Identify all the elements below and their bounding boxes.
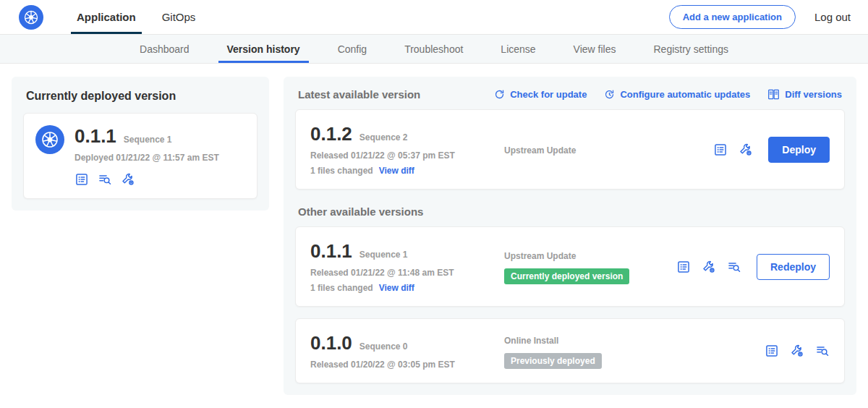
configure-auto-updates-label: Configure automatic updates: [620, 89, 750, 100]
version-actions: Redeploy: [676, 254, 830, 280]
previously-deployed-badge: Previously deployed: [504, 353, 602, 369]
logout-link[interactable]: Log out: [814, 11, 851, 23]
currently-deployed-badge: Currently deployed version: [504, 268, 629, 284]
other-versions-title: Other available versions: [298, 205, 842, 218]
version-number: 0.1.1: [310, 240, 352, 263]
release-notes-icon[interactable]: [713, 143, 728, 157]
panel-actions: Check for update Configure automatic upd…: [494, 89, 842, 100]
version-number: 0.1.2: [310, 123, 352, 145]
version-released: Released 01/21/22 @ 11:48 am EST: [310, 268, 504, 278]
release-notes-icon[interactable]: [75, 172, 89, 187]
refresh-icon: [494, 89, 505, 100]
view-diff-link[interactable]: View diff: [379, 166, 414, 176]
deployed-version-card: 0.1.1 Sequence 1 Deployed 01/21/22 @ 11:…: [23, 113, 258, 199]
deploy-button[interactable]: Deploy: [768, 137, 830, 163]
version-status: Online Install Previously deployed: [504, 333, 765, 369]
latest-available-title: Latest available version: [298, 88, 420, 101]
files-changed-label: 1 files changed: [310, 166, 373, 176]
preflight-checks-icon[interactable]: [98, 172, 112, 187]
version-released: Released 01/20/22 @ 03:05 pm EST: [310, 360, 504, 370]
version-status: Upstream Update Currently deployed versi…: [504, 249, 676, 284]
version-sequence: Sequence 2: [359, 132, 408, 143]
version-sequence: Sequence 0: [359, 341, 408, 352]
deployed-timestamp: Deployed 01/21/22 @ 11:57 am EST: [75, 153, 219, 163]
config-wrench-icon[interactable]: [121, 172, 135, 187]
check-for-update-link[interactable]: Check for update: [494, 89, 587, 100]
tab-gitops[interactable]: GitOps: [149, 0, 209, 34]
redeploy-button[interactable]: Redeploy: [757, 254, 830, 280]
subnav-tab-config[interactable]: Config: [319, 35, 386, 63]
release-notes-icon[interactable]: [676, 260, 691, 274]
version-status: Upstream Update: [504, 143, 713, 156]
subnav-tab-troubleshoot[interactable]: Troubleshoot: [386, 35, 482, 63]
config-wrench-icon[interactable]: [790, 344, 804, 358]
version-released: Released 01/21/22 @ 05:37 pm EST: [310, 150, 504, 161]
deployed-version-number: 0.1.1: [75, 125, 116, 148]
version-card-0-1-1: 0.1.1 Sequence 1 Released 01/21/22 @ 11:…: [295, 226, 845, 307]
available-versions-panel: Latest available version Check for updat…: [284, 77, 856, 395]
subnav-tab-version-history[interactable]: Version history: [208, 35, 319, 63]
main-content: Currently deployed version: [0, 64, 868, 408]
version-card-0-1-0: 0.1.0 Sequence 0 Released 01/20/22 @ 03:…: [295, 318, 845, 383]
deployed-panel: Currently deployed version: [12, 77, 269, 211]
version-sequence: Sequence 1: [359, 250, 408, 260]
diff-columns-icon: [767, 89, 780, 100]
version-actions: [765, 344, 830, 358]
version-actions: Deploy: [713, 137, 830, 163]
version-info: 0.1.1 Sequence 1 Released 01/21/22 @ 11:…: [310, 240, 504, 293]
deployed-icon-row: [75, 172, 219, 187]
version-info: 0.1.2 Sequence 2 Released 01/21/22 @ 05:…: [310, 123, 504, 176]
deployed-sequence: Sequence 1: [124, 135, 172, 145]
version-card-0-1-2: 0.1.2 Sequence 2 Released 01/21/22 @ 05:…: [295, 109, 845, 190]
version-source: Upstream Update: [504, 145, 576, 156]
preflight-checks-icon[interactable]: [815, 344, 830, 358]
version-source: Online Install: [504, 336, 558, 346]
view-diff-link[interactable]: View diff: [379, 283, 414, 293]
topbar: Application GitOps Add a new application…: [0, 0, 868, 35]
kubernetes-logo-icon: [19, 5, 43, 30]
subnav-tab-license[interactable]: License: [482, 35, 554, 63]
preflight-checks-icon[interactable]: [727, 260, 741, 274]
app-subnav: Dashboard Version history Config Trouble…: [0, 35, 868, 64]
config-wrench-icon[interactable]: [702, 260, 716, 274]
subnav-tab-registry-settings[interactable]: Registry settings: [635, 35, 747, 63]
check-for-update-label: Check for update: [510, 89, 587, 100]
kubernetes-app-icon: [35, 125, 64, 154]
deployed-version-details: 0.1.1 Sequence 1 Deployed 01/21/22 @ 11:…: [75, 125, 219, 187]
add-application-button[interactable]: Add a new application: [669, 5, 796, 29]
version-source: Upstream Update: [504, 251, 576, 261]
diff-versions-link[interactable]: Diff versions: [767, 89, 842, 100]
subnav-tab-view-files[interactable]: View files: [555, 35, 635, 63]
version-info: 0.1.0 Sequence 0 Released 01/20/22 @ 03:…: [310, 332, 504, 370]
available-panel-header: Latest available version Check for updat…: [298, 88, 842, 101]
diff-versions-label: Diff versions: [785, 89, 842, 100]
config-wrench-icon[interactable]: [739, 143, 753, 157]
version-number: 0.1.0: [310, 332, 352, 354]
topbar-right: Add a new application Log out: [669, 5, 851, 29]
release-notes-icon[interactable]: [765, 344, 779, 358]
tab-application[interactable]: Application: [64, 0, 149, 34]
configure-auto-updates-link[interactable]: Configure automatic updates: [604, 89, 750, 100]
top-tabs: Application GitOps: [64, 0, 208, 34]
subnav-tab-dashboard[interactable]: Dashboard: [121, 35, 208, 63]
deployed-panel-title: Currently deployed version: [26, 90, 255, 103]
clock-refresh-icon: [604, 89, 615, 100]
files-changed-label: 1 files changed: [310, 283, 373, 293]
